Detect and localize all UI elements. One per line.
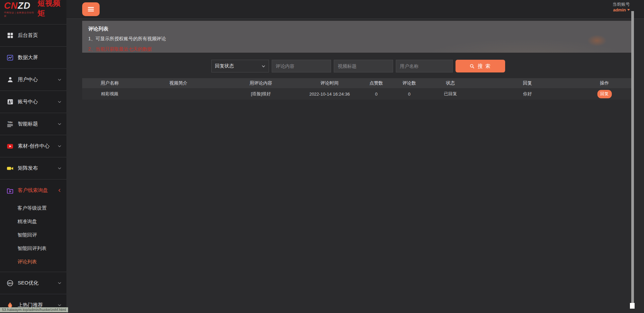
sidebar-toggle-button[interactable] (82, 2, 100, 16)
sidebar-subitem-precise-inquiry[interactable]: 精准询盘 (0, 215, 66, 228)
sidebar-item-customer-leads[interactable]: 客户线索询盘 (0, 179, 66, 201)
col-header-action: 操作 (577, 78, 632, 88)
sidebar-item-dashboard[interactable]: 后台首页 (0, 24, 66, 46)
sidebar-subitem-label: 智能回评 (17, 232, 37, 238)
cell-comment: [捂脸]很好 (220, 88, 302, 100)
logo-part2: ZD (18, 1, 31, 11)
logo-text: CNZD (4, 1, 35, 10)
cell-status: 已回复 (423, 88, 478, 100)
sidebar-item-label: 智能标题 (18, 121, 38, 127)
col-header-comments: 评论数 (395, 78, 423, 88)
sidebar-subitem-label: 客户等级设置 (17, 205, 47, 211)
logo-tagline: 中网智达 | 全网整合营销专家 (4, 11, 35, 18)
svg-text:Title: Title (8, 121, 13, 124)
sidebar-item-material-center[interactable]: 素材-创作中心 (0, 135, 66, 157)
sidebar-subitem-smart-reply-list[interactable]: 智能回评列表 (0, 242, 66, 255)
scrollbar-corner (630, 303, 635, 309)
col-header-status: 状态 (423, 78, 478, 88)
account-name: admin (613, 7, 626, 13)
col-header-video-desc: 视频简介 (137, 78, 220, 88)
cell-user: 精彩视频 (82, 88, 137, 100)
cell-likes: 0 (357, 88, 395, 100)
account-dropdown[interactable]: admin (613, 7, 630, 13)
topbar: CNZD 中网智达 | 全网整合营销专家 短视频矩 当前账号 admin (0, 0, 644, 19)
sidebar-item-data-screen[interactable]: 数据大屏 (0, 46, 66, 68)
sidebar-item-user-center[interactable]: 用户中心 (0, 68, 66, 91)
status-url-tooltip: 53.haiwaym.top/admin/huoke/znhf.html (0, 307, 68, 312)
reply-status-value: 回复状态 (215, 63, 234, 69)
logo: CNZD 中网智达 | 全网整合营销专家 短视频矩 (0, 0, 66, 19)
logo-mark: CNZD 中网智达 | 全网整合营销专家 (4, 1, 35, 18)
col-header-user: 用户名称 (82, 78, 137, 88)
app-window: CNZD 中网智达 | 全网整合营销专家 短视频矩 当前账号 admin (0, 0, 644, 313)
sidebar-item-label: 矩阵发布 (18, 165, 38, 171)
logo-part1: CN (4, 1, 18, 11)
folder-video-icon (6, 187, 14, 195)
sidebar-item-matrix-publish[interactable]: 矩阵发布 (0, 157, 66, 179)
sidebar-subitem-label: 精准询盘 (17, 218, 37, 225)
col-header-time: 评论时间 (302, 78, 357, 88)
seo-icon: SEO (6, 279, 14, 287)
sidebar-item-label: 用户中心 (18, 76, 38, 83)
sidebar-item-seo[interactable]: SEO SEO优化 (0, 272, 66, 294)
chart-icon (6, 54, 14, 62)
video-play-icon (6, 142, 14, 150)
logo-product-name: 短视频矩 (38, 0, 66, 18)
comment-content-input[interactable] (272, 60, 331, 72)
video-title-input[interactable] (334, 60, 393, 72)
grid-icon (6, 32, 14, 40)
cell-video-desc (137, 88, 220, 100)
topbar-right: 当前账号 admin (66, 0, 644, 19)
sidebar-item-label: SEO优化 (18, 280, 39, 286)
page-title: 评论列表 (88, 26, 632, 32)
sidebar: 后台首页 数据大屏 用户中心 (0, 19, 66, 313)
svg-text:SEO: SEO (8, 282, 12, 284)
account-label: 当前账号 (612, 2, 630, 7)
video-camera-icon (6, 164, 14, 172)
sidebar-item-label: 素材-创作中心 (18, 143, 50, 149)
chevron-down-icon (57, 77, 62, 82)
sidebar-subitem-smart-reply[interactable]: 智能回评 (0, 228, 66, 242)
sidebar-item-label: 后台首页 (18, 32, 38, 39)
main-content: 评论列表 1、可显示所授权账号的所有视频评论 2、当前只获取最近七天的数据 回复… (66, 19, 644, 313)
chevron-down-icon (57, 100, 62, 104)
col-header-reply: 回复 (478, 78, 577, 88)
chevron-down-icon (57, 281, 62, 285)
sidebar-item-account-center[interactable]: 账号中心 (0, 91, 66, 113)
sidebar-item-label: 客户线索询盘 (18, 187, 48, 194)
panel-note-2: 2、当前只获取最近七天的数据 (88, 46, 632, 52)
reply-button[interactable]: 回复 (597, 90, 612, 98)
sidebar-item-smart-title[interactable]: Title 智能标题 (0, 113, 66, 135)
info-panel: 评论列表 1、可显示所授权账号的所有视频评论 2、当前只获取最近七天的数据 (82, 21, 632, 53)
hamburger-icon (88, 7, 94, 12)
sidebar-subitem-label: 智能回评列表 (17, 245, 47, 252)
col-header-likes: 点赞数 (357, 78, 395, 88)
sidebar-subitem-comment-list[interactable]: 评论列表 (0, 255, 66, 268)
id-card-icon (6, 98, 14, 106)
vertical-scrollbar[interactable] (631, 11, 634, 303)
col-header-comment: 用评论内容 (220, 78, 302, 88)
title-icon: Title (6, 120, 14, 128)
comments-table: 用户名称 视频简介 用评论内容 评论时间 点赞数 评论数 状态 回复 操作 精彩… (82, 78, 632, 100)
panel-note-1: 1、可显示所授权账号的所有视频评论 (88, 36, 632, 42)
filter-bar: 回复状态 搜 索 (211, 60, 632, 72)
sidebar-item-label: 数据大屏 (18, 54, 38, 61)
table-header-row: 用户名称 视频简介 用评论内容 评论时间 点赞数 评论数 状态 回复 操作 (82, 78, 632, 88)
chevron-down-icon (57, 144, 62, 148)
chevron-down-icon (57, 122, 62, 126)
sidebar-subitem-customer-level[interactable]: 客户等级设置 (0, 201, 66, 215)
cell-comments: 0 (395, 88, 423, 100)
sidebar-submenu-customer-leads: 客户等级设置 精准询盘 智能回评 智能回评列表 评论列表 (0, 201, 66, 268)
user-name-input[interactable] (396, 60, 453, 72)
chevron-down-icon (262, 64, 265, 68)
cell-reply: 你好 (478, 88, 577, 100)
search-button-label: 搜 索 (478, 63, 491, 69)
search-button[interactable]: 搜 索 (455, 60, 505, 72)
reply-status-select[interactable]: 回复状态 (211, 60, 269, 72)
sidebar-subitem-label: 评论列表 (17, 259, 37, 265)
chevron-left-icon (57, 188, 62, 193)
search-icon (470, 64, 475, 69)
chevron-down-icon (57, 303, 62, 307)
cell-action: 回复 (577, 88, 632, 100)
sidebar-item-label: 账号中心 (18, 99, 38, 105)
